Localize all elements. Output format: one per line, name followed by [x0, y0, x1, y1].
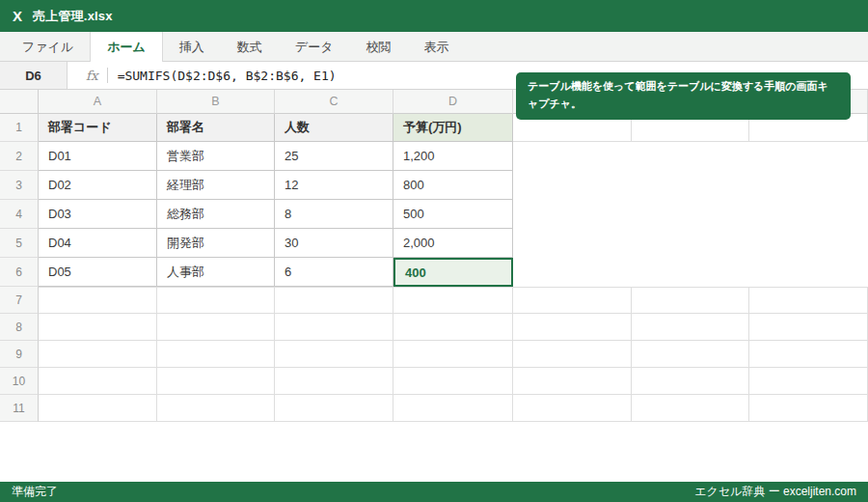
cell-A10[interactable] — [39, 368, 157, 395]
row-header-6[interactable]: 6 — [0, 258, 39, 287]
cell-B10[interactable] — [157, 368, 275, 395]
grid-row: 10 — [0, 368, 868, 395]
cell-E10[interactable] — [513, 368, 632, 395]
cell-B3[interactable]: 経理部 — [157, 171, 275, 200]
cell-A1[interactable]: 部署コード — [39, 114, 157, 142]
status-branding-label: エクセル辞典 ー exceljiten.com — [694, 484, 856, 500]
cell-B6[interactable]: 人事部 — [157, 258, 275, 287]
cell-F10[interactable] — [632, 368, 749, 395]
cell-D2[interactable]: 1,200 — [393, 142, 513, 171]
cell-F9[interactable] — [632, 341, 749, 368]
cell-A11[interactable] — [39, 395, 157, 422]
cell-F11[interactable] — [632, 395, 749, 422]
cell-C8[interactable] — [275, 314, 393, 341]
cell-F8[interactable] — [632, 314, 749, 341]
cell-C3[interactable]: 12 — [275, 171, 393, 200]
cell-B4[interactable]: 総務部 — [157, 200, 275, 229]
row-header-4[interactable]: 4 — [0, 200, 39, 229]
grid-row: 9 — [0, 341, 868, 368]
cell-A4[interactable]: D03 — [39, 200, 157, 229]
tab-review[interactable]: 校閲 — [349, 32, 407, 62]
cell-A3[interactable]: D02 — [39, 171, 157, 200]
row-header-2[interactable]: 2 — [0, 142, 39, 171]
grid-row: 11 — [0, 395, 868, 422]
cell-E8[interactable] — [513, 314, 632, 341]
tab-view[interactable]: 表示 — [407, 32, 465, 62]
name-box[interactable]: D6 — [0, 62, 68, 89]
tab-data[interactable]: データ — [279, 32, 350, 62]
cell-C10[interactable] — [275, 368, 393, 395]
cell-B11[interactable] — [157, 395, 275, 422]
column-header-D[interactable]: D — [393, 90, 513, 114]
column-header-A[interactable]: A — [39, 90, 157, 114]
row-header-8[interactable]: 8 — [0, 314, 39, 341]
cell-D5[interactable]: 2,000 — [393, 229, 513, 258]
tab-formulas[interactable]: 数式 — [221, 32, 279, 62]
status-bar: 準備完了 エクセル辞典 ー exceljiten.com — [0, 482, 868, 502]
tab-home[interactable]: ホーム — [90, 32, 163, 62]
cell-C5[interactable]: 30 — [275, 229, 393, 258]
selected-cell-D6[interactable]: 400 — [393, 258, 513, 287]
grid-row: 2D01営業部251,200 — [0, 142, 868, 171]
cell-E9[interactable] — [513, 341, 632, 368]
row-header-10[interactable]: 10 — [0, 368, 39, 395]
cell-B1[interactable]: 部署名 — [157, 114, 275, 142]
empty-area — [513, 200, 868, 229]
cell-A5[interactable]: D04 — [39, 229, 157, 258]
grid-row: 5D04開発部302,000 — [0, 229, 868, 258]
cell-C6[interactable]: 6 — [275, 258, 393, 287]
fx-icon: fx — [86, 68, 98, 83]
tab-insert[interactable]: 挿入 — [163, 32, 221, 62]
cell-A9[interactable] — [39, 341, 157, 368]
cell-D4[interactable]: 500 — [393, 200, 513, 229]
grid-row: 3D02経理部12800 — [0, 171, 868, 200]
column-header-C[interactable]: C — [275, 90, 393, 114]
row-header-1[interactable]: 1 — [0, 114, 39, 142]
cell-D10[interactable] — [393, 368, 513, 395]
cell-G8[interactable] — [749, 314, 868, 341]
cell-C1[interactable]: 人数 — [275, 114, 393, 142]
cell-A7[interactable] — [39, 287, 157, 314]
cell-A2[interactable]: D01 — [39, 142, 157, 171]
cell-C2[interactable]: 25 — [275, 142, 393, 171]
cell-G7[interactable] — [749, 287, 868, 314]
cell-G11[interactable] — [749, 395, 868, 422]
grid-row: 8 — [0, 314, 868, 341]
cell-G9[interactable] — [749, 341, 868, 368]
empty-area — [513, 142, 868, 171]
cell-A8[interactable] — [39, 314, 157, 341]
row-header-3[interactable]: 3 — [0, 171, 39, 200]
cell-A6[interactable]: D05 — [39, 258, 157, 287]
row-header-5[interactable]: 5 — [0, 229, 39, 258]
cell-E11[interactable] — [513, 395, 632, 422]
row-header-7[interactable]: 7 — [0, 287, 39, 314]
app-window: { "window": { "logo_glyph": "X", "title"… — [0, 0, 868, 502]
row-header-11[interactable]: 11 — [0, 395, 39, 422]
cell-D1[interactable]: 予算(万円) — [393, 114, 513, 142]
cell-D9[interactable] — [393, 341, 513, 368]
cell-B7[interactable] — [157, 287, 275, 314]
cell-C9[interactable] — [275, 341, 393, 368]
cell-D8[interactable] — [393, 314, 513, 341]
formula-input[interactable]: =SUMIFS(D$2:D$6, B$2:B$6, E1) — [118, 69, 337, 83]
cell-E7[interactable] — [513, 287, 632, 314]
cell-B2[interactable]: 営業部 — [157, 142, 275, 171]
empty-area — [513, 229, 868, 258]
cell-F7[interactable] — [632, 287, 749, 314]
formula-bar-divider — [107, 68, 108, 83]
cell-B9[interactable] — [157, 341, 275, 368]
cell-C4[interactable]: 8 — [275, 200, 393, 229]
cell-D11[interactable] — [393, 395, 513, 422]
cell-D7[interactable] — [393, 287, 513, 314]
column-header-B[interactable]: B — [157, 90, 275, 114]
cell-D3[interactable]: 800 — [393, 171, 513, 200]
cell-C11[interactable] — [275, 395, 393, 422]
tooltip-callout: テーブル機能を使って範囲をテーブルに変換する手順の画面キャプチャ。 — [516, 72, 851, 120]
cell-G10[interactable] — [749, 368, 868, 395]
tab-file[interactable]: ファイル — [6, 32, 90, 62]
cell-C7[interactable] — [275, 287, 393, 314]
row-header-9[interactable]: 9 — [0, 341, 39, 368]
select-all-corner[interactable] — [0, 90, 39, 114]
cell-B8[interactable] — [157, 314, 275, 341]
cell-B5[interactable]: 開発部 — [157, 229, 275, 258]
